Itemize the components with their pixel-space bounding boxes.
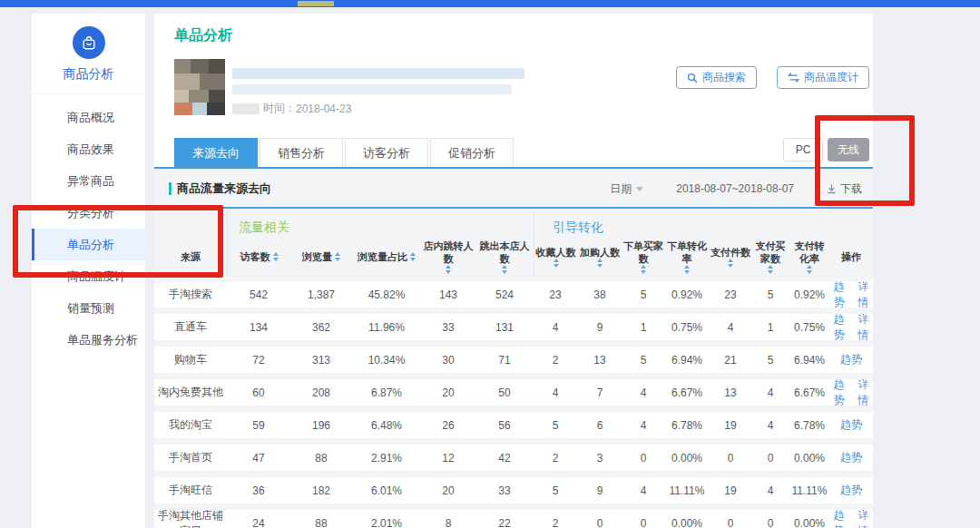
column-header-店内跳转人数[interactable]: 店内跳转人数 bbox=[421, 236, 475, 278]
column-header-支付买家数[interactable]: 支付买家数 bbox=[751, 236, 789, 278]
sort-up-arrow bbox=[410, 252, 416, 256]
sidebar-item-商品概况[interactable]: 商品概况 bbox=[32, 102, 145, 133]
action-link-趋势[interactable]: 趋势 bbox=[840, 483, 862, 498]
sort-icon[interactable] bbox=[807, 265, 812, 274]
cell-value: 4 bbox=[534, 321, 577, 334]
product-analysis-icon bbox=[73, 26, 105, 59]
sidebar-item-单品服务分析[interactable]: 单品服务分析 bbox=[32, 324, 145, 356]
column-header-支付件数[interactable]: 支付件数 bbox=[710, 236, 751, 278]
cell-value: 47 bbox=[227, 452, 290, 464]
cell-value: 182 bbox=[290, 484, 352, 497]
sort-icon[interactable] bbox=[597, 259, 603, 268]
cell-value: 4 bbox=[622, 484, 664, 497]
sidebar-item-商品温度计[interactable]: 商品温度计 bbox=[32, 260, 145, 292]
sort-up-arrow bbox=[335, 252, 340, 256]
column-label: 支付转化率 bbox=[790, 240, 828, 265]
sidebar-item-商品效果[interactable]: 商品效果 bbox=[32, 133, 145, 165]
cell-value: 50 bbox=[475, 386, 534, 399]
date-dropdown[interactable]: 日期 bbox=[610, 181, 643, 197]
column-header-跳出本店人数[interactable]: 跳出本店人数 bbox=[475, 236, 534, 278]
swap-icon bbox=[788, 73, 799, 83]
tab-促销分析[interactable]: 促销分析 bbox=[430, 138, 514, 167]
action-link-详情[interactable]: 详情 bbox=[854, 377, 873, 408]
sidebar-item-销量预测[interactable]: 销量预测 bbox=[32, 292, 145, 324]
sort-icon[interactable] bbox=[273, 252, 279, 261]
product-thermometer-button[interactable]: 商品温度计 bbox=[777, 66, 869, 89]
date-range: 2018-08-07~2018-08-07 bbox=[676, 182, 794, 195]
action-link-趋势[interactable]: 趋势 bbox=[829, 508, 848, 528]
action-link-详情[interactable]: 详情 bbox=[854, 279, 873, 310]
tab-访客分析[interactable]: 访客分析 bbox=[345, 138, 428, 167]
device-toggle-PC[interactable]: PC bbox=[783, 138, 823, 161]
column-header-加购人数[interactable]: 加购人数 bbox=[577, 236, 622, 278]
sidebar-menu: 商品概况商品效果异常商品分类分析单品分析商品温度计销量预测单品服务分析 bbox=[32, 94, 145, 356]
action-link-趋势[interactable]: 趋势 bbox=[829, 377, 848, 408]
sort-up-arrow bbox=[807, 265, 812, 269]
cell-value: 0 bbox=[577, 517, 622, 528]
cell-source: 购物车 bbox=[154, 352, 227, 367]
cell-value: 0 bbox=[751, 517, 789, 528]
group-spacer bbox=[154, 209, 227, 236]
sidebar-item-分类分析[interactable]: 分类分析 bbox=[32, 197, 145, 229]
column-header-浏览量[interactable]: 浏览量 bbox=[290, 236, 352, 278]
sort-icon[interactable] bbox=[684, 265, 690, 274]
meta-date: 2018-04-23 bbox=[296, 103, 351, 115]
product-thumbnail bbox=[174, 59, 225, 115]
column-header-下单买家数[interactable]: 下单买家数 bbox=[622, 236, 664, 278]
cell-value: 2 bbox=[534, 517, 577, 528]
cell-value: 2 bbox=[534, 354, 577, 367]
download-button[interactable]: 下载 bbox=[827, 181, 862, 197]
action-link-趋势[interactable]: 趋势 bbox=[829, 312, 848, 343]
cell-value: 4 bbox=[622, 419, 664, 432]
column-header-访客数[interactable]: 访客数 bbox=[227, 236, 290, 278]
cell-source: 淘内免费其他 bbox=[154, 385, 227, 400]
column-header-浏览量占比[interactable]: 浏览量占比 bbox=[352, 236, 421, 278]
cell-value: 0.00% bbox=[789, 452, 829, 464]
device-toggle-无线[interactable]: 无线 bbox=[828, 138, 869, 161]
sort-icon[interactable] bbox=[502, 265, 507, 274]
meta-label-redacted bbox=[232, 103, 260, 114]
column-label: 店内跳转人数 bbox=[422, 240, 475, 265]
cell-value: 6.94% bbox=[664, 354, 710, 367]
analysis-tabs: 来源去向销售分析访客分析促销分析 bbox=[174, 138, 515, 167]
cell-value: 0.00% bbox=[664, 452, 710, 464]
action-link-趋势[interactable]: 趋势 bbox=[829, 279, 848, 310]
sort-icon[interactable] bbox=[641, 265, 646, 274]
sort-icon[interactable] bbox=[554, 259, 559, 268]
cell-value: 4 bbox=[710, 321, 751, 334]
cell-value: 23 bbox=[534, 288, 577, 301]
table-header: 流量相关引导转化 来源访客数浏览量浏览量占比店内跳转人数跳出本店人数收藏人数加购… bbox=[154, 207, 873, 278]
action-link-详情[interactable]: 详情 bbox=[854, 508, 873, 528]
main-panel: 单品分析 时间： 2018-04-23 商品搜索 bbox=[154, 14, 873, 528]
cell-actions: 趋势详情 bbox=[829, 377, 873, 408]
sort-icon[interactable] bbox=[410, 252, 416, 261]
sidebar-item-单品分析[interactable]: 单品分析 bbox=[32, 229, 145, 260]
action-link-趋势[interactable]: 趋势 bbox=[840, 352, 862, 367]
column-header-下单转化率[interactable]: 下单转化率 bbox=[664, 236, 710, 278]
section-header: 商品流量来源去向 日期 2018-08-07~2018-08-07 下载 bbox=[154, 171, 873, 207]
tab-销售分析[interactable]: 销售分析 bbox=[260, 138, 343, 167]
sort-icon[interactable] bbox=[335, 252, 340, 261]
sort-down-arrow bbox=[554, 264, 559, 268]
cell-value: 7 bbox=[577, 386, 622, 399]
table-row: 手淘旺信361826.01%203359411.11%19411.11%趋势 bbox=[154, 477, 873, 504]
product-meta: 时间： 2018-04-23 bbox=[232, 101, 351, 116]
cell-value: 0 bbox=[710, 517, 751, 528]
column-header-收藏人数[interactable]: 收藏人数 bbox=[534, 236, 577, 278]
column-group-引导转化: 引导转化 bbox=[534, 209, 873, 236]
cell-value: 10.34% bbox=[352, 354, 421, 367]
sort-icon[interactable] bbox=[446, 265, 451, 274]
sort-icon[interactable] bbox=[728, 259, 733, 268]
cell-value: 6.78% bbox=[789, 419, 829, 432]
column-header-支付转化率[interactable]: 支付转化率 bbox=[789, 236, 829, 278]
action-link-详情[interactable]: 详情 bbox=[854, 312, 873, 343]
sort-icon[interactable] bbox=[768, 265, 773, 274]
sort-down-arrow bbox=[768, 270, 773, 274]
action-link-趋势[interactable]: 趋势 bbox=[840, 417, 862, 433]
product-search-button[interactable]: 商品搜索 bbox=[676, 66, 757, 89]
cell-actions: 趋势详情 bbox=[829, 312, 873, 343]
sidebar-item-异常商品[interactable]: 异常商品 bbox=[32, 165, 145, 197]
page-title: 单品分析 bbox=[174, 26, 232, 45]
action-link-趋势[interactable]: 趋势 bbox=[840, 450, 862, 465]
tab-来源去向[interactable]: 来源去向 bbox=[174, 138, 258, 167]
